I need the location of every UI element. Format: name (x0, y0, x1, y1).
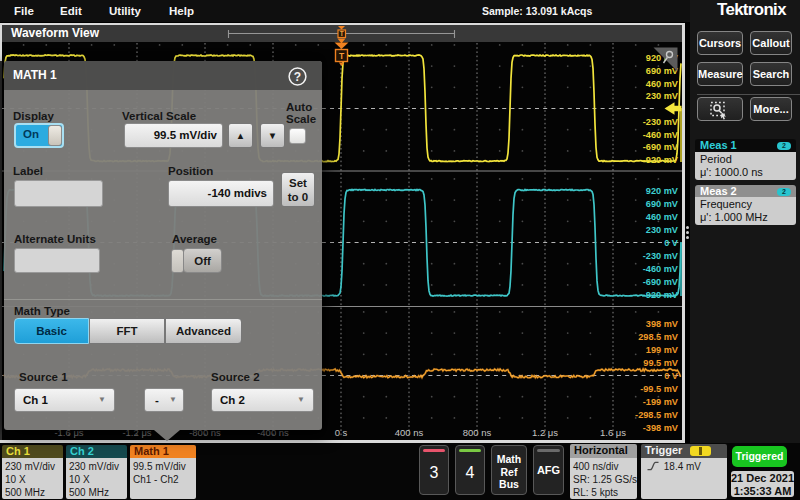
svg-text:?: ? (294, 70, 301, 84)
svg-text:0 V: 0 V (664, 238, 679, 248)
svg-text:-199 mV: -199 mV (643, 397, 679, 407)
svg-text:T: T (339, 51, 345, 61)
svg-text:-920 mV: -920 mV (643, 155, 679, 165)
svg-text:230 mV: 230 mV (646, 91, 679, 101)
svg-text:800 ns: 800 ns (463, 427, 492, 438)
svg-text:1.6 μs: 1.6 μs (600, 427, 626, 438)
svg-text:T: T (340, 30, 344, 37)
svg-text:460 mV: 460 mV (646, 212, 679, 222)
svg-text:99.5 mV: 99.5 mV (643, 358, 679, 368)
svg-text:-690 mV: -690 mV (643, 277, 679, 287)
svg-text:-99.5 mV: -99.5 mV (640, 384, 679, 394)
svg-text:920 mV: 920 mV (646, 186, 679, 196)
svg-text:-398 mV: -398 mV (643, 423, 679, 433)
svg-text:1.2 μs: 1.2 μs (532, 427, 558, 438)
svg-text:-230 mV: -230 mV (643, 117, 679, 127)
svg-text:-298.5 mV: -298.5 mV (635, 410, 679, 420)
svg-text:690 mV: 690 mV (646, 199, 679, 209)
svg-text:0 s: 0 s (335, 427, 348, 438)
svg-text:-460 mV: -460 mV (643, 130, 679, 140)
svg-text:-920 mV: -920 mV (643, 290, 679, 300)
svg-text:-230 mV: -230 mV (643, 251, 679, 261)
svg-text:400 ns: 400 ns (395, 427, 424, 438)
svg-text:230 mV: 230 mV (646, 225, 679, 235)
svg-text:398 mV: 398 mV (646, 319, 679, 329)
svg-text:199 mV: 199 mV (646, 345, 679, 355)
svg-text:460 mV: 460 mV (646, 79, 679, 89)
svg-text:0 V: 0 V (664, 371, 679, 381)
svg-text:298.5 mV: 298.5 mV (638, 332, 679, 342)
svg-text:-460 mV: -460 mV (643, 264, 679, 274)
svg-text:-690 mV: -690 mV (643, 142, 679, 152)
